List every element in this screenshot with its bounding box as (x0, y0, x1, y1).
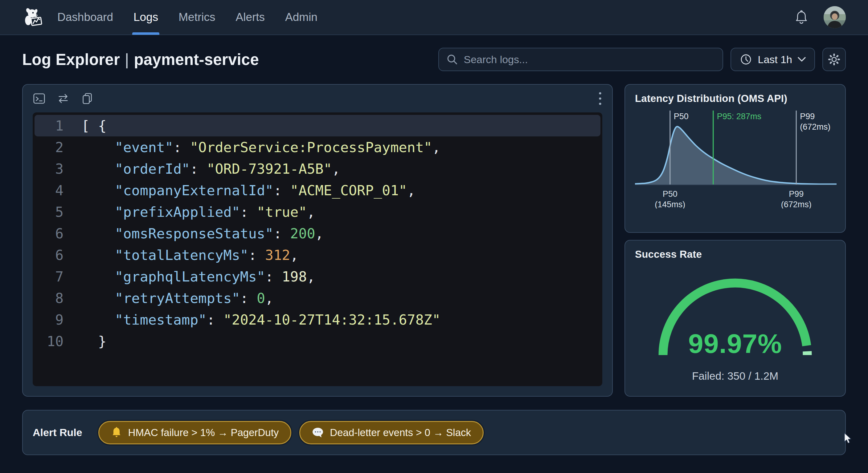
page-header: Log Explorer|payment-service Last 1h (22, 47, 846, 72)
alert-rule-pill-2[interactable]: Dead-letter events > 0 → Slack (299, 421, 484, 444)
avatar[interactable] (824, 6, 846, 28)
clock-icon (740, 53, 752, 66)
line-number: 7 (37, 269, 63, 285)
top-nav: DashboardLogsMetricsAlertsAdmin (0, 0, 868, 35)
line-number: 2 (37, 139, 63, 156)
log-line-7[interactable]: 7 "graphqlLatencyMs": 198, (33, 266, 602, 287)
log-code-area[interactable]: 1[ {2 "event": "OrderService:ProcessPaym… (33, 112, 602, 386)
line-content: "orderId": "ORD-73921-A5B", (82, 161, 340, 177)
line-content: "companyExternalId": "ACME_CORP_01", (82, 182, 415, 199)
title-separator: | (125, 51, 129, 68)
line-content: "event": "OrderService:ProcessPayment", (82, 139, 440, 156)
datadog-logo[interactable] (22, 5, 44, 29)
latency-distribution-card: Latency Distribution (OMS API) P50P50(14… (624, 84, 846, 233)
line-content: } (82, 333, 106, 349)
nav-item-logs[interactable]: Logs (133, 0, 158, 35)
swap-button[interactable] (57, 92, 70, 105)
settings-button[interactable] (823, 48, 846, 71)
time-range-label: Last 1h (758, 54, 792, 66)
line-content: "timestamp": "2024-10-27T14:32:15.678Z" (82, 312, 440, 328)
line-number: 9 (37, 312, 63, 328)
line-content: "graphqlLatencyMs": 198, (82, 269, 315, 285)
bell-icon (794, 9, 809, 25)
line-number: 1 (37, 117, 63, 134)
line-content: "retryAttempts": 0, (82, 290, 273, 306)
nav-item-metrics[interactable]: Metrics (179, 0, 215, 35)
line-number: 3 (37, 161, 63, 177)
percentile-bottom-label: P50 (663, 190, 678, 199)
nav-item-alerts[interactable]: Alerts (236, 0, 265, 35)
bell-emoji-icon (111, 427, 122, 439)
kebab-menu-icon (598, 91, 602, 106)
notifications-button[interactable] (794, 9, 809, 25)
page-title: Log Explorer|payment-service (22, 50, 259, 69)
code-lines: 1[ {2 "event": "OrderService:ProcessPaym… (33, 115, 602, 352)
success-card-title: Success Rate (635, 248, 702, 260)
percentile-top-label: P50 (674, 112, 689, 121)
log-line-4[interactable]: 4 "companyExternalId": "ACME_CORP_01", (33, 179, 602, 201)
line-number: 10 (37, 333, 63, 349)
copy-button[interactable] (81, 92, 94, 105)
terminal-icon (33, 92, 45, 105)
alert-rule-pill-1[interactable]: HMAC failure > 1% → PagerDuty (98, 421, 291, 444)
line-content: "totalLatencyMs": 312, (82, 247, 299, 263)
percentile-bottom-label: (145ms) (655, 200, 685, 208)
log-line-3[interactable]: 3 "orderId": "ORD-73921-A5B", (33, 158, 602, 179)
percentile-top-label: (672ms) (800, 122, 830, 132)
log-line-8[interactable]: 8 "retryAttempts": 0, (33, 287, 602, 309)
log-line-6[interactable]: 6 "omsResponseStatus": 200, (33, 223, 602, 244)
gear-icon (827, 53, 841, 66)
percentile-top-label: P95: 287ms (717, 112, 761, 121)
alert-pills: HMAC failure > 1% → PagerDutyDead-letter… (98, 421, 484, 444)
latency-distribution-chart: P50P50(145ms)P95: 287msP99(672ms)P99(672… (635, 106, 837, 208)
datadog-dog-icon (22, 7, 44, 27)
percentile-top-label: P99 (800, 112, 815, 121)
latency-card-title: Latency Distribution (OMS API) (635, 93, 835, 104)
time-range-button[interactable]: Last 1h (731, 48, 815, 71)
alert-rule-text: Dead-letter events > 0 → Slack (330, 427, 471, 439)
alert-rule-label: Alert Rule (33, 427, 82, 439)
log-line-9[interactable]: 9 "timestamp": "2024-10-27T14:32:15.678Z… (33, 309, 602, 330)
speech-bubble-icon (312, 427, 324, 438)
log-viewer-panel: 1[ {2 "event": "OrderService:ProcessPaym… (22, 84, 613, 397)
search-icon (446, 54, 458, 65)
line-number: 8 (37, 290, 63, 306)
line-number: 6 (37, 247, 63, 263)
success-gauge: 99.97% (655, 274, 815, 364)
avatar-photo (824, 6, 846, 28)
line-number: 4 (37, 182, 63, 199)
alert-rule-text: HMAC failure > 1% → PagerDuty (128, 427, 279, 439)
failed-count-label: Failed: 350 / 1.2M (692, 370, 778, 382)
log-line-6[interactable]: 6 "totalLatencyMs": 312, (33, 244, 602, 266)
line-number: 6 (37, 226, 63, 242)
panel-menu-button[interactable] (598, 91, 602, 106)
terminal-button[interactable] (33, 92, 45, 105)
chevron-down-icon (798, 57, 806, 62)
nav-item-admin[interactable]: Admin (285, 0, 317, 35)
line-content: "omsResponseStatus": 200, (82, 226, 324, 242)
success-rate-card: Success Rate 99.97% Failed: 350 / 1.2M (624, 240, 846, 397)
percentile-bottom-label: P99 (789, 190, 804, 199)
mouse-cursor (843, 433, 852, 444)
line-number: 5 (37, 204, 63, 220)
search-input[interactable] (464, 54, 715, 66)
copy-icon (81, 92, 94, 105)
nav-item-dashboard[interactable]: Dashboard (57, 0, 113, 35)
log-line-1[interactable]: 1[ { (34, 115, 600, 136)
log-line-10[interactable]: 10 } (33, 330, 602, 352)
nav-items: DashboardLogsMetricsAlertsAdmin (57, 0, 317, 35)
line-content: [ { (82, 117, 106, 134)
swap-arrows-icon (57, 92, 70, 105)
search-box[interactable] (438, 48, 723, 71)
log-toolbar (33, 85, 602, 112)
alert-rule-panel: Alert Rule HMAC failure > 1% → PagerDuty… (22, 410, 846, 455)
line-content: "prefixApplied": "true", (82, 204, 315, 220)
percentile-bottom-label: (672ms) (781, 200, 812, 208)
log-line-2[interactable]: 2 "event": "OrderService:ProcessPayment"… (33, 136, 602, 158)
log-line-5[interactable]: 5 "prefixApplied": "true", (33, 201, 602, 223)
success-rate-value: 99.97% (655, 328, 815, 359)
